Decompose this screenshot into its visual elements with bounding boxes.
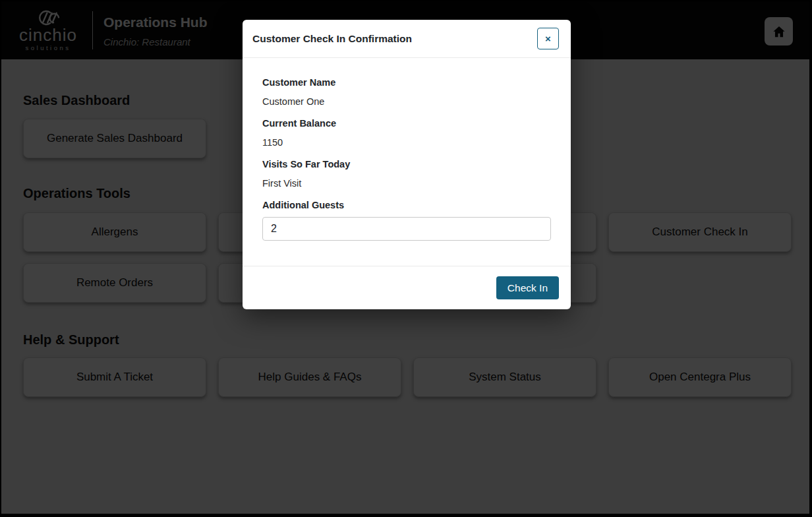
additional-guests-input[interactable] (262, 217, 551, 241)
modal-header: Customer Check In Confirmation × (243, 20, 571, 58)
visits-so-far-label: Visits So Far Today (262, 158, 551, 170)
current-balance-value: 1150 (262, 137, 551, 148)
app-frame: cinchio solutions Operations Hub Cinchio… (1, 1, 809, 514)
visits-so-far-value: First Visit (262, 177, 551, 189)
modal-body: Customer Name Customer One Current Balan… (243, 58, 571, 266)
close-icon: × (545, 34, 551, 44)
customer-name-value: Customer One (262, 96, 551, 107)
customer-name-label: Customer Name (262, 76, 551, 88)
customer-check-in-modal: Customer Check In Confirmation × Custome… (243, 20, 571, 309)
close-button[interactable]: × (537, 28, 559, 49)
check-in-button[interactable]: Check In (496, 276, 559, 299)
modal-footer: Check In (243, 266, 571, 309)
current-balance-label: Current Balance (262, 117, 551, 129)
modal-title: Customer Check In Confirmation (252, 33, 412, 45)
additional-guests-label: Additional Guests (262, 199, 551, 211)
